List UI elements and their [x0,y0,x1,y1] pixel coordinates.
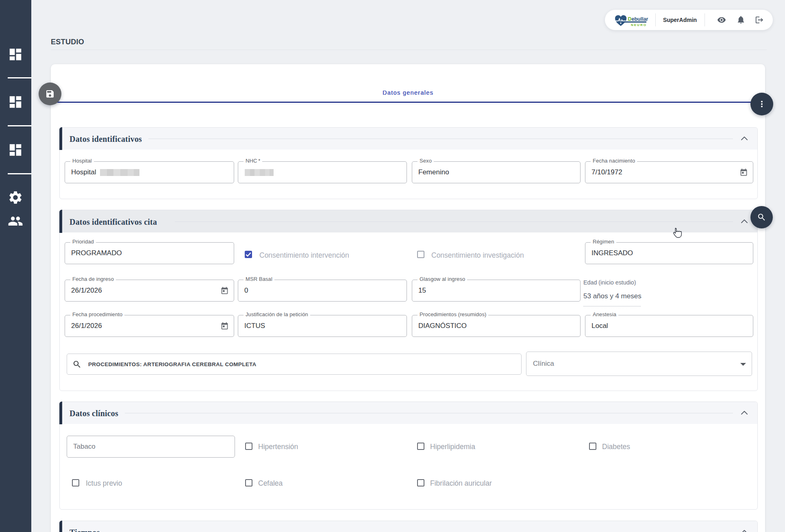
svg-text:D: D [628,16,632,22]
svg-text:ebullar: ebullar [632,16,648,22]
svg-text:NEURO: NEURO [631,23,647,27]
